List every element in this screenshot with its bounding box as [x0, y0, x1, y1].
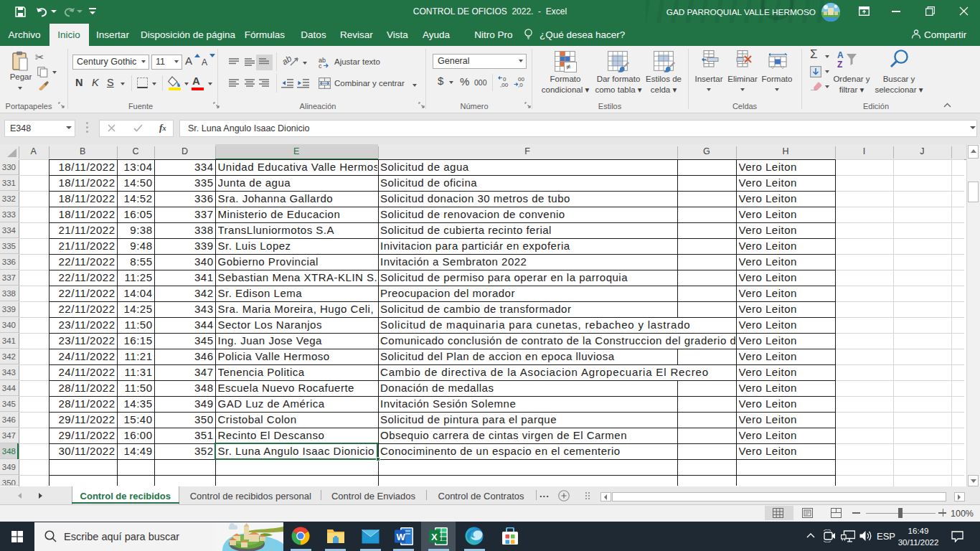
- svg-text:,00: ,00: [500, 82, 509, 88]
- svg-text:A: A: [837, 50, 844, 60]
- svg-text:c: c: [319, 62, 322, 68]
- svg-text:W: W: [397, 532, 406, 542]
- svg-text:Z: Z: [837, 60, 842, 69]
- svg-text:X: X: [431, 532, 438, 542]
- svg-text:,0: ,0: [518, 82, 523, 88]
